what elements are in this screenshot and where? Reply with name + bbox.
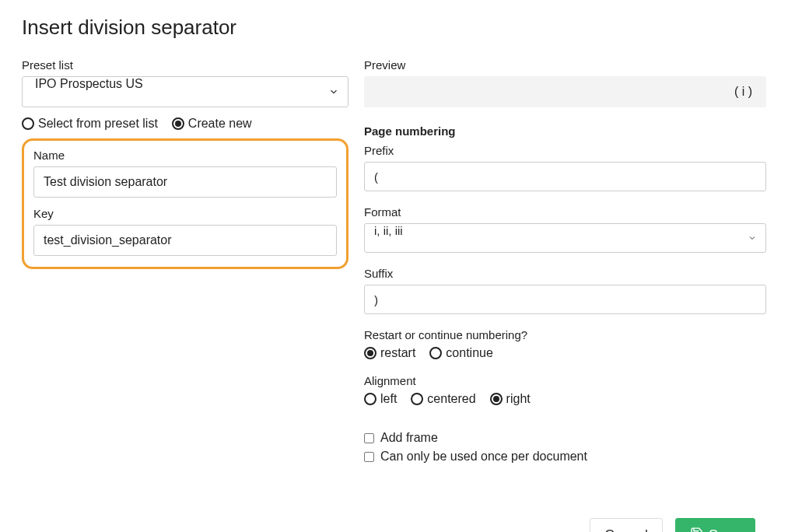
- radio-icon: [411, 393, 423, 405]
- radio-restart[interactable]: restart: [364, 346, 415, 360]
- radio-icon: [490, 393, 503, 405]
- radio-label: Create new: [188, 117, 252, 131]
- preview-label: Preview: [364, 58, 766, 72]
- preview-value: ( i ): [734, 85, 752, 99]
- radio-label: left: [380, 392, 397, 406]
- suffix-input[interactable]: [364, 285, 766, 314]
- format-select[interactable]: i, ii, iii: [364, 223, 766, 253]
- save-icon: [690, 527, 703, 532]
- preset-list-select[interactable]: IPO Prospectus US: [22, 76, 348, 107]
- radio-align-right[interactable]: right: [490, 392, 531, 406]
- preset-list-label: Preset list: [22, 58, 348, 72]
- alignment-label: Alignment: [364, 374, 766, 387]
- highlighted-create-new-section: Name Key: [22, 138, 348, 269]
- radio-continue[interactable]: continue: [429, 346, 493, 360]
- prefix-label: Prefix: [364, 144, 766, 157]
- name-label: Name: [33, 149, 337, 162]
- radio-label: right: [506, 392, 531, 406]
- radio-label: centered: [427, 392, 475, 406]
- save-button[interactable]: Save: [675, 518, 755, 532]
- radio-icon: [429, 347, 442, 359]
- checkbox-add-frame[interactable]: [364, 433, 374, 443]
- radio-label: restart: [380, 346, 415, 360]
- checkbox-label: Can only be used once per document: [380, 450, 587, 464]
- radio-select-from-preset[interactable]: Select from preset list: [22, 117, 158, 131]
- restart-continue-label: Restart or continue numbering?: [364, 328, 766, 341]
- radio-icon: [364, 393, 376, 405]
- checkbox-label: Add frame: [380, 431, 438, 445]
- prefix-input[interactable]: [364, 162, 766, 191]
- radio-icon: [364, 347, 376, 359]
- radio-align-left[interactable]: left: [364, 392, 397, 406]
- page-numbering-heading: Page numbering: [364, 124, 766, 138]
- radio-label: Select from preset list: [38, 117, 158, 131]
- radio-icon: [172, 117, 184, 130]
- radio-icon: [22, 117, 34, 130]
- radio-create-new[interactable]: Create new: [172, 117, 252, 131]
- dialog-title: Insert division separator: [22, 16, 766, 40]
- checkbox-use-once[interactable]: [364, 452, 374, 462]
- radio-label: continue: [446, 346, 493, 360]
- radio-align-centered[interactable]: centered: [411, 392, 475, 406]
- button-label: Cancel: [604, 527, 648, 533]
- key-label: Key: [33, 207, 337, 220]
- cancel-button[interactable]: Cancel: [590, 518, 663, 532]
- format-label: Format: [364, 205, 766, 219]
- button-label: Save: [709, 527, 741, 533]
- preview-box: ( i ): [364, 76, 766, 107]
- name-input[interactable]: [33, 166, 337, 198]
- key-input[interactable]: [33, 225, 337, 256]
- suffix-label: Suffix: [364, 267, 766, 280]
